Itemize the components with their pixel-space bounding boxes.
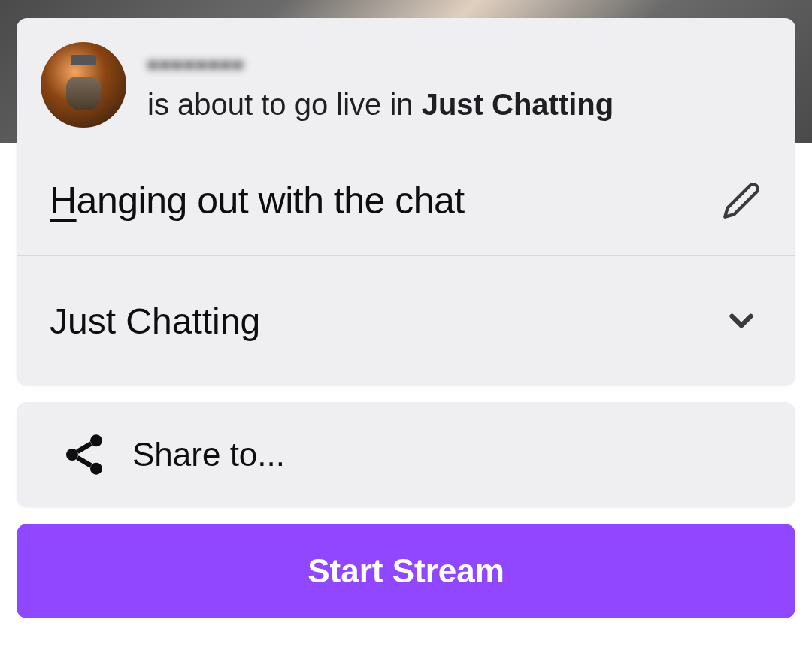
- svg-point-2: [90, 463, 102, 475]
- pencil-icon[interactable]: [720, 180, 762, 222]
- subtitle-prefix: is about to go live in: [147, 88, 422, 121]
- svg-point-0: [90, 434, 102, 446]
- card-header: ▪▪▪▪▪▪▪▪ is about to go live in Just Cha…: [17, 18, 795, 146]
- share-label: Share to...: [132, 436, 285, 473]
- chevron-down-icon[interactable]: [720, 300, 762, 342]
- category-row[interactable]: Just Chatting: [17, 256, 795, 385]
- share-row[interactable]: Share to...: [17, 402, 795, 507]
- title-rest: anging out with the chat: [77, 180, 465, 222]
- stream-setup-card: ▪▪▪▪▪▪▪▪ is about to go live in Just Cha…: [17, 18, 795, 385]
- subtitle-category: Just Chatting: [422, 88, 614, 121]
- category-label: Just Chatting: [50, 301, 260, 342]
- header-text: ▪▪▪▪▪▪▪▪ is about to go live in Just Cha…: [147, 47, 771, 123]
- svg-point-1: [66, 449, 78, 461]
- avatar[interactable]: [41, 42, 126, 128]
- stream-title-row[interactable]: Hanging out with the chat: [17, 146, 795, 255]
- username: ▪▪▪▪▪▪▪▪: [147, 49, 771, 80]
- start-stream-button[interactable]: Start Stream: [17, 524, 795, 618]
- stream-title: Hanging out with the chat: [50, 179, 465, 222]
- go-live-subtitle: is about to go live in Just Chatting: [147, 86, 771, 123]
- share-icon: [60, 431, 108, 479]
- title-first-char: H: [50, 180, 77, 222]
